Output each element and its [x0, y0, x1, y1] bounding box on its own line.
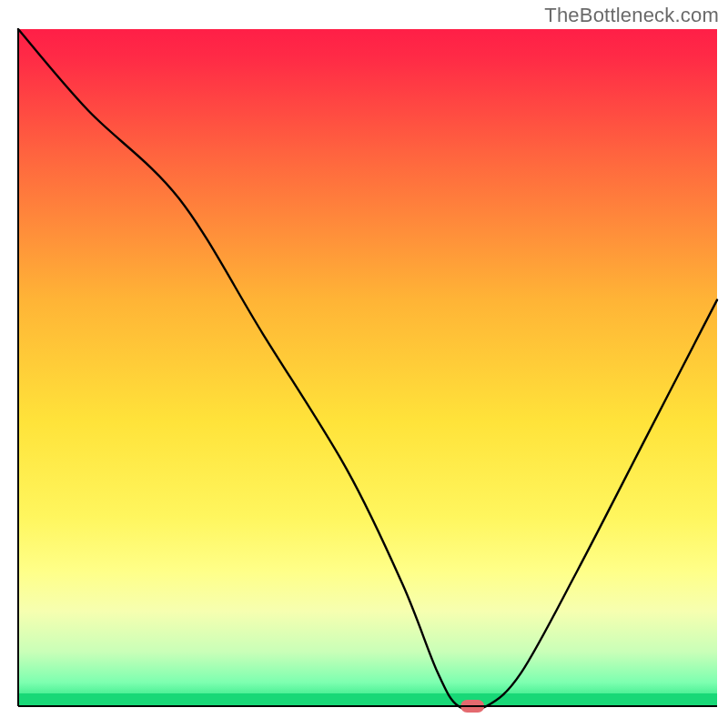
green-baseline-strip	[18, 693, 717, 706]
bottleneck-chart: TheBottleneck.com	[0, 0, 728, 728]
plot-background	[18, 29, 717, 706]
chart-svg	[0, 0, 728, 728]
